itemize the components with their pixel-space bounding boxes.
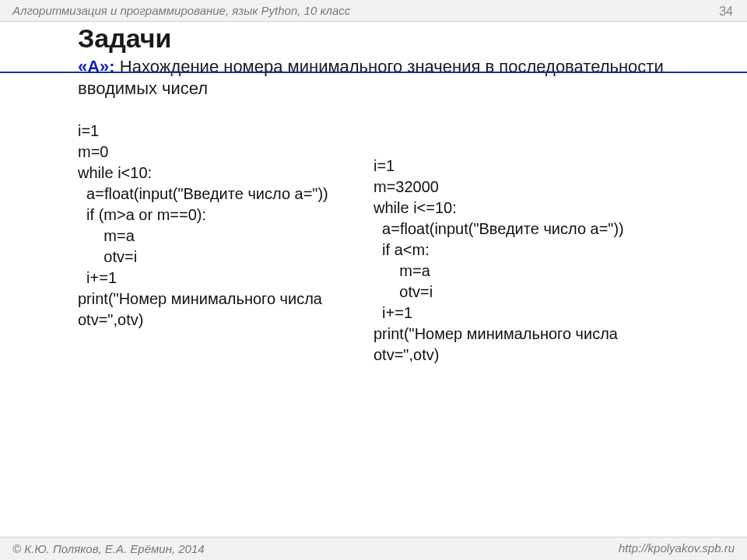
code-block-right: i=1 m=32000 while i<=10: a=float(input("…	[374, 156, 624, 366]
header-bar: Алгоритмизация и программирование, язык …	[0, 0, 747, 22]
task-description: «A»: Нахождение номера минимального знач…	[78, 56, 716, 99]
slide: Алгоритмизация и программирование, язык …	[0, 0, 747, 560]
footer-url: http://kpolyakov.spb.ru	[619, 541, 735, 555]
title-underline	[0, 72, 747, 73]
code-block-left: i=1 m=0 while i<10: a=float(input("Введи…	[78, 121, 328, 331]
copyright-icon: ©	[12, 542, 21, 555]
footer-authors: К.Ю. Поляков, Е.А. Ерёмин, 2014	[21, 542, 205, 555]
footer-bar: © К.Ю. Поляков, Е.А. Ерёмин, 2014 http:/…	[0, 537, 747, 560]
task-body: Нахождение номера минимального значения …	[78, 57, 664, 98]
course-title: Алгоритмизация и программирование, язык …	[12, 4, 350, 17]
slide-title: Задачи	[78, 23, 172, 54]
page-number: 34	[719, 5, 733, 19]
task-label: «A»:	[78, 57, 115, 76]
